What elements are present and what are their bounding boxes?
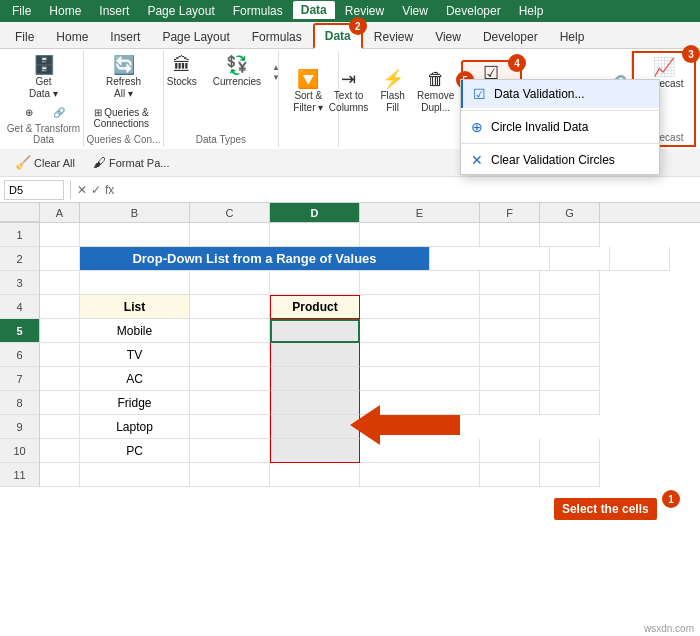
tab-file[interactable]: File bbox=[4, 25, 45, 48]
get-data-button[interactable]: 🗄️ GetData ▾ bbox=[9, 53, 79, 103]
cell-e4[interactable] bbox=[360, 295, 480, 319]
cell-c4[interactable] bbox=[190, 295, 270, 319]
cell-f7[interactable] bbox=[480, 367, 540, 391]
tab-developer[interactable]: Developer bbox=[472, 25, 549, 48]
clear-all-button[interactable]: 🧹 Clear All bbox=[8, 152, 82, 173]
tab-formulas[interactable]: Formulas bbox=[241, 25, 313, 48]
cell-g4[interactable] bbox=[540, 295, 600, 319]
cell-g10[interactable] bbox=[540, 439, 600, 463]
queries-connections-button[interactable]: ⊞ Queries & Connections bbox=[90, 105, 158, 131]
cell-a1[interactable] bbox=[40, 223, 80, 247]
fx-icon[interactable]: fx bbox=[105, 183, 114, 197]
cell-g8[interactable] bbox=[540, 391, 600, 415]
cell-f5[interactable] bbox=[480, 319, 540, 343]
cell-d3[interactable] bbox=[270, 271, 360, 295]
cell-c5[interactable] bbox=[190, 319, 270, 343]
cell-d7[interactable] bbox=[270, 367, 360, 391]
cell-a6[interactable] bbox=[40, 343, 80, 367]
dropdown-item-circle-invalid[interactable]: ⊕ Circle Invalid Data bbox=[461, 113, 659, 141]
cell-f8[interactable] bbox=[480, 391, 540, 415]
menu-data[interactable]: Data bbox=[293, 1, 335, 21]
cell-g3[interactable] bbox=[540, 271, 600, 295]
cell-f1[interactable] bbox=[480, 223, 540, 247]
cell-c7[interactable] bbox=[190, 367, 270, 391]
cell-e2[interactable] bbox=[430, 247, 550, 271]
cell-f4[interactable] bbox=[480, 295, 540, 319]
cancel-formula-icon[interactable]: ✕ bbox=[77, 183, 87, 197]
currencies-button[interactable]: 💱 Currencies bbox=[208, 53, 266, 91]
menu-review[interactable]: Review bbox=[337, 2, 392, 20]
cell-f2[interactable] bbox=[550, 247, 610, 271]
tab-review[interactable]: Review bbox=[363, 25, 424, 48]
cell-b1[interactable] bbox=[80, 223, 190, 247]
cell-e7[interactable] bbox=[360, 367, 480, 391]
cell-b10[interactable]: PC bbox=[80, 439, 190, 463]
recent-sources-button[interactable]: ⊕ bbox=[15, 105, 43, 120]
cell-b5[interactable]: Mobile bbox=[80, 319, 190, 343]
cell-b8[interactable]: Fridge bbox=[80, 391, 190, 415]
menu-help[interactable]: Help bbox=[511, 2, 552, 20]
cell-b3[interactable] bbox=[80, 271, 190, 295]
menu-view[interactable]: View bbox=[394, 2, 436, 20]
cell-c6[interactable] bbox=[190, 343, 270, 367]
tab-view[interactable]: View bbox=[424, 25, 472, 48]
cell-e3[interactable] bbox=[360, 271, 480, 295]
formula-input[interactable] bbox=[118, 181, 696, 199]
tab-help[interactable]: Help bbox=[549, 25, 596, 48]
cell-a3[interactable] bbox=[40, 271, 80, 295]
cell-e11[interactable] bbox=[360, 463, 480, 487]
cell-b6[interactable]: TV bbox=[80, 343, 190, 367]
text-to-columns-button[interactable]: ⇥ Text toColumns bbox=[325, 67, 373, 117]
tab-home[interactable]: Home bbox=[45, 25, 99, 48]
cell-c10[interactable] bbox=[190, 439, 270, 463]
cell-d1[interactable] bbox=[270, 223, 360, 247]
flash-fill-button[interactable]: ⚡ FlashFill bbox=[375, 67, 411, 117]
menu-page-layout[interactable]: Page Layout bbox=[139, 2, 222, 20]
confirm-formula-icon[interactable]: ✓ bbox=[91, 183, 101, 197]
cell-a2[interactable] bbox=[40, 247, 80, 271]
dropdown-item-data-validation[interactable]: ☑ Data Validation... bbox=[461, 80, 659, 108]
menu-home[interactable]: Home bbox=[41, 2, 89, 20]
existing-connections-button[interactable]: 🔗 bbox=[45, 105, 73, 120]
cell-g7[interactable] bbox=[540, 367, 600, 391]
cell-f10[interactable] bbox=[480, 439, 540, 463]
remove-duplicates-button[interactable]: 🗑 RemoveDupl... bbox=[413, 67, 459, 117]
cell-b9[interactable]: Laptop bbox=[80, 415, 190, 439]
cell-g2[interactable] bbox=[610, 247, 670, 271]
cell-g11[interactable] bbox=[540, 463, 600, 487]
dropdown-item-clear-validation[interactable]: ✕ Clear Validation Circles bbox=[461, 146, 659, 174]
cell-d9[interactable] bbox=[270, 415, 360, 439]
cell-c11[interactable] bbox=[190, 463, 270, 487]
cell-e6[interactable] bbox=[360, 343, 480, 367]
cell-b11[interactable] bbox=[80, 463, 190, 487]
cell-d6[interactable] bbox=[270, 343, 360, 367]
format-paint-button[interactable]: 🖌 Format Pa... bbox=[86, 152, 177, 173]
tab-data[interactable]: Data 2 bbox=[313, 23, 363, 49]
cell-a5[interactable] bbox=[40, 319, 80, 343]
menu-file[interactable]: File bbox=[4, 2, 39, 20]
cell-f3[interactable] bbox=[480, 271, 540, 295]
cell-d11[interactable] bbox=[270, 463, 360, 487]
tab-insert[interactable]: Insert bbox=[99, 25, 151, 48]
cell-e1[interactable] bbox=[360, 223, 480, 247]
cell-g1[interactable] bbox=[540, 223, 600, 247]
cell-b7[interactable]: AC bbox=[80, 367, 190, 391]
cell-a9[interactable] bbox=[40, 415, 80, 439]
cell-e5[interactable] bbox=[360, 319, 480, 343]
menu-formulas[interactable]: Formulas bbox=[225, 2, 291, 20]
cell-c1[interactable] bbox=[190, 223, 270, 247]
refresh-all-button[interactable]: 🔄 RefreshAll ▾ bbox=[90, 53, 158, 103]
cell-c8[interactable] bbox=[190, 391, 270, 415]
cell-d5[interactable] bbox=[270, 319, 360, 343]
tab-page-layout[interactable]: Page Layout bbox=[151, 25, 240, 48]
cell-f11[interactable] bbox=[480, 463, 540, 487]
cell-a8[interactable] bbox=[40, 391, 80, 415]
cell-reference-input[interactable] bbox=[4, 180, 64, 200]
sort-filter-button[interactable]: 🔽 Sort &Filter ▾ bbox=[288, 67, 328, 117]
cell-f6[interactable] bbox=[480, 343, 540, 367]
cell-c3[interactable] bbox=[190, 271, 270, 295]
menu-developer[interactable]: Developer bbox=[438, 2, 509, 20]
cell-a11[interactable] bbox=[40, 463, 80, 487]
cell-a10[interactable] bbox=[40, 439, 80, 463]
cell-c9[interactable] bbox=[190, 415, 270, 439]
